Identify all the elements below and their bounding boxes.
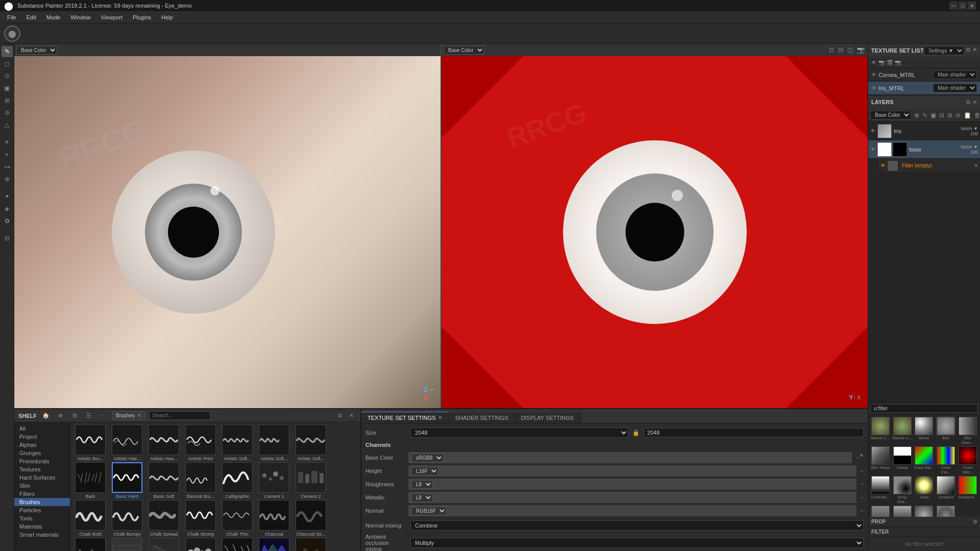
filter-blur-dir[interactable]: Blur Direc... — [958, 417, 978, 445]
layer-iris-eye[interactable]: 👁 — [870, 128, 875, 134]
viewport-icon-4[interactable]: 📷 — [857, 46, 865, 54]
titlebar-controls[interactable]: ─ □ ✕ — [949, 2, 976, 10]
tool-camera[interactable]: ⌖ — [2, 149, 13, 160]
brush-chalk-bumpy[interactable]: Chalk Bumpy — [109, 500, 145, 537]
tool-eraser[interactable]: ◻ — [2, 58, 13, 69]
brush-artistic-soft1[interactable]: Artistic Soft... — [219, 424, 255, 461]
filter-blur[interactable]: Blur — [936, 417, 956, 445]
tab-texture-set-settings[interactable]: TEXTURE SET SETTINGS ✕ — [361, 412, 449, 423]
brush-artistic-hea[interactable]: Artistic Hea... — [146, 424, 182, 461]
viewport-icon-2[interactable]: ⊟ — [838, 46, 843, 54]
filter-search-input[interactable] — [870, 404, 978, 413]
brush-artistic-soft2[interactable]: Artistic Soft... — [256, 424, 292, 461]
cat-textures[interactable]: Textures — [14, 465, 70, 473]
filter-heightad[interactable]: Height Ad... — [870, 506, 891, 517]
layers-blend-dropdown[interactable]: Base Color — [870, 111, 911, 119]
tool-geometry[interactable]: △ — [2, 119, 13, 131]
minimize-button[interactable]: ─ — [949, 2, 958, 10]
brush-cracks[interactable]: Cracks — [219, 538, 255, 551]
filter-baked1[interactable]: Baked Li... — [870, 417, 891, 445]
layer-filter-close[interactable]: ✕ — [974, 163, 978, 168]
cat-tools[interactable]: Tools — [14, 514, 70, 522]
tab-tss-close[interactable]: ✕ — [438, 414, 443, 421]
channel-m-format[interactable]: L8 — [411, 493, 433, 502]
layers-expand[interactable]: ⧉ — [966, 99, 970, 106]
menu-edit[interactable]: Edit — [21, 13, 41, 21]
shelf-close[interactable]: ✕ — [346, 411, 356, 421]
tool-uv[interactable]: ⊟ — [2, 233, 13, 244]
tool-env[interactable]: ☀ — [2, 137, 13, 148]
menu-mode[interactable]: Mode — [41, 13, 66, 21]
channel-h-minus[interactable]: − — [861, 468, 864, 474]
size-input2[interactable] — [644, 428, 864, 437]
tool-picker[interactable]: ✦ — [2, 191, 13, 202]
cat-alphas[interactable]: Alphas — [14, 441, 70, 449]
viewport-right-dropdown[interactable]: Base Color — [444, 46, 484, 55]
maximize-button[interactable]: □ — [959, 2, 967, 10]
channel-h-format[interactable]: L16F — [411, 467, 438, 475]
tool-select[interactable]: ⊞ — [2, 95, 13, 106]
brush-chalk-thin[interactable]: Chalk Thin — [219, 500, 255, 537]
tsl-expand[interactable]: ⧉ — [966, 46, 970, 55]
tsl-cornea[interactable]: 👁 Cornea_MTRL Main shader — [868, 68, 980, 82]
active-filter-close[interactable]: ✕ — [137, 412, 141, 419]
filter-baked2[interactable]: Baked Li... — [892, 417, 913, 445]
viewport-left-dropdown[interactable]: Base Color — [16, 46, 57, 55]
channel-n-minus[interactable]: − — [861, 508, 864, 514]
filter-heightbl[interactable]: Height Bl... — [892, 506, 913, 517]
brush-bark[interactable]: Bark — [72, 462, 108, 499]
brush-artistic-print[interactable]: Artistic Print — [183, 424, 218, 461]
brush-basic-hard[interactable]: Basic Hard — [109, 462, 145, 499]
size-dropdown[interactable]: 204810244096 — [410, 428, 628, 438]
channel-n-format[interactable]: RGB16F — [411, 507, 447, 515]
menu-help[interactable]: Help — [156, 13, 178, 21]
menu-viewport[interactable]: Viewport — [95, 13, 128, 21]
menu-plugins[interactable]: Plugins — [128, 13, 156, 21]
brush-artistic-bru[interactable]: Artistic Bru... — [72, 424, 108, 461]
brush-artistic-soft3[interactable]: Artistic Soft... — [293, 424, 329, 461]
brush-dirt1[interactable]: Dirt 1 — [293, 538, 329, 551]
channel-bc-minus[interactable]: − — [856, 455, 859, 461]
viewport-icon-1[interactable]: ⊡ — [829, 46, 834, 54]
tool-measure[interactable]: ⊶ — [2, 161, 13, 172]
tool-clone[interactable]: ⊘ — [2, 107, 13, 118]
filter-gradient[interactable]: Gradient — [936, 476, 956, 504]
ao-mixing-dropdown[interactable]: Multiply — [410, 538, 864, 548]
shelf-icon-grid[interactable]: ⊞ — [69, 411, 80, 421]
prop-circle-icon[interactable]: ⊙ — [973, 519, 977, 524]
tsl-iris-eye[interactable]: 👁 — [871, 85, 876, 91]
tool-smudge[interactable]: ⊙ — [2, 70, 13, 82]
brush-cotton[interactable]: Cotton — [183, 538, 218, 551]
brush-concrete[interactable]: Concrete — [109, 538, 145, 551]
shelf-search-input[interactable] — [149, 411, 210, 420]
layer-tool-4[interactable]: ⊟ — [938, 111, 945, 120]
tsl-photo-icon[interactable]: 📷 — [895, 60, 901, 65]
tsl-camera-icon[interactable]: 📷 — [878, 60, 885, 65]
cat-brushes[interactable]: Brushes — [14, 498, 70, 506]
tsl-cornea-shader[interactable]: Main shader — [933, 70, 977, 79]
filter-dropsha[interactable]: Drop Sha... — [892, 476, 913, 504]
filter-glow[interactable]: Glow — [914, 476, 935, 504]
shelf-icon-more[interactable]: ⋯ — [98, 411, 108, 421]
layer-base[interactable]: 👁 base Norm ▼ 100 — [868, 140, 980, 159]
filter-heightto[interactable]: Height To... — [914, 506, 935, 517]
cat-procedurals[interactable]: Procedurals — [14, 457, 70, 465]
filter-contrast[interactable]: Contrast... — [870, 476, 891, 504]
layer-tool-5[interactable]: ⊞ — [946, 111, 953, 120]
menu-window[interactable]: Window — [65, 13, 95, 21]
layer-tool-6[interactable]: ⊘ — [954, 111, 962, 120]
close-button[interactable]: ✕ — [968, 2, 976, 10]
brush-cement1[interactable]: Cement 1 — [256, 462, 292, 499]
shelf-icon-home[interactable]: 🏠 — [41, 411, 51, 421]
viewport-icon-3[interactable]: ◫ — [847, 46, 853, 54]
layer-base-eye[interactable]: 👁 — [870, 146, 875, 152]
cat-particles[interactable]: Particles — [14, 506, 70, 514]
shelf-collapse[interactable]: ⧉ — [335, 411, 345, 421]
tsl-cornea-eye[interactable]: 👁 — [871, 72, 876, 78]
brush-concrete-li[interactable]: Concrete Li... — [146, 538, 182, 551]
layer-tool-7[interactable]: 📋 — [963, 111, 972, 120]
layers-close[interactable]: ✕ — [972, 99, 977, 106]
channel-r-minus[interactable]: − — [861, 481, 864, 487]
brush-charcoal[interactable]: Charcoal — [256, 500, 292, 537]
tsl-eye-icon[interactable]: 👁 — [871, 60, 876, 65]
